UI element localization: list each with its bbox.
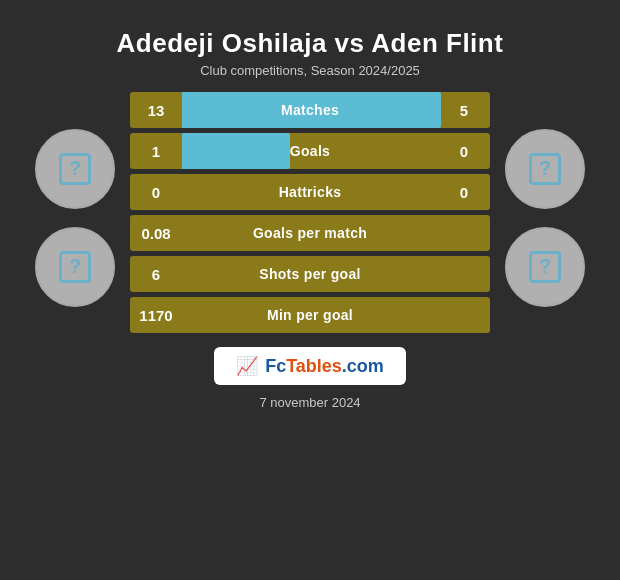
stat-left-gpm: 0.08 <box>130 225 182 242</box>
stat-label-spg: Shots per goal <box>182 266 438 282</box>
stats-column: 13 Matches 5 1 Goals 0 0 Hattricks 0 0.0… <box>130 92 490 333</box>
right-avatar-bottom: ? <box>505 227 585 307</box>
stat-row-shots-per-goal: 6 Shots per goal <box>130 256 490 292</box>
right-avatar-top: ? <box>505 129 585 209</box>
stat-left-matches: 13 <box>130 102 182 119</box>
stat-right-matches: 5 <box>438 102 490 119</box>
stat-row-goals: 1 Goals 0 <box>130 133 490 169</box>
stat-left-spg: 6 <box>130 266 182 283</box>
left-avatar-col: ? ? <box>20 119 130 307</box>
stat-right-hattricks: 0 <box>438 184 490 201</box>
left-avatar-top: ? <box>35 129 115 209</box>
stat-right-goals: 0 <box>438 143 490 160</box>
page-container: Adedeji Oshilaja vs Aden Flint Club comp… <box>0 0 620 580</box>
logo-area: 📈 FcTables.com <box>214 347 406 385</box>
stat-label-mpg: Min per goal <box>182 307 438 323</box>
page-title: Adedeji Oshilaja vs Aden Flint <box>0 18 620 61</box>
left-avatar-bottom: ? <box>35 227 115 307</box>
stat-label-goals: Goals <box>182 143 438 159</box>
date-label: 7 november 2024 <box>259 395 360 410</box>
logo-text: FcTables.com <box>265 356 384 377</box>
right-avatar-question-top: ? <box>529 153 561 185</box>
stat-left-hattricks: 0 <box>130 184 182 201</box>
stat-row-hattricks: 0 Hattricks 0 <box>130 174 490 210</box>
main-row: ? ? 13 Matches 5 1 Goals <box>0 92 620 333</box>
stat-left-goals: 1 <box>130 143 182 160</box>
stat-label-hattricks: Hattricks <box>182 184 438 200</box>
stat-left-mpg: 1170 <box>130 307 182 324</box>
stat-row-min-per-goal: 1170 Min per goal <box>130 297 490 333</box>
page-subtitle: Club competitions, Season 2024/2025 <box>200 63 420 78</box>
left-avatar-question-top: ? <box>59 153 91 185</box>
right-avatar-question-bottom: ? <box>529 251 561 283</box>
left-avatar-question-bottom: ? <box>59 251 91 283</box>
stat-label-gpm: Goals per match <box>182 225 438 241</box>
stat-row-goals-per-match: 0.08 Goals per match <box>130 215 490 251</box>
logo-icon: 📈 <box>236 355 258 377</box>
stat-row-matches: 13 Matches 5 <box>130 92 490 128</box>
right-avatar-col: ? ? <box>490 119 600 307</box>
stat-label-matches: Matches <box>182 102 438 118</box>
